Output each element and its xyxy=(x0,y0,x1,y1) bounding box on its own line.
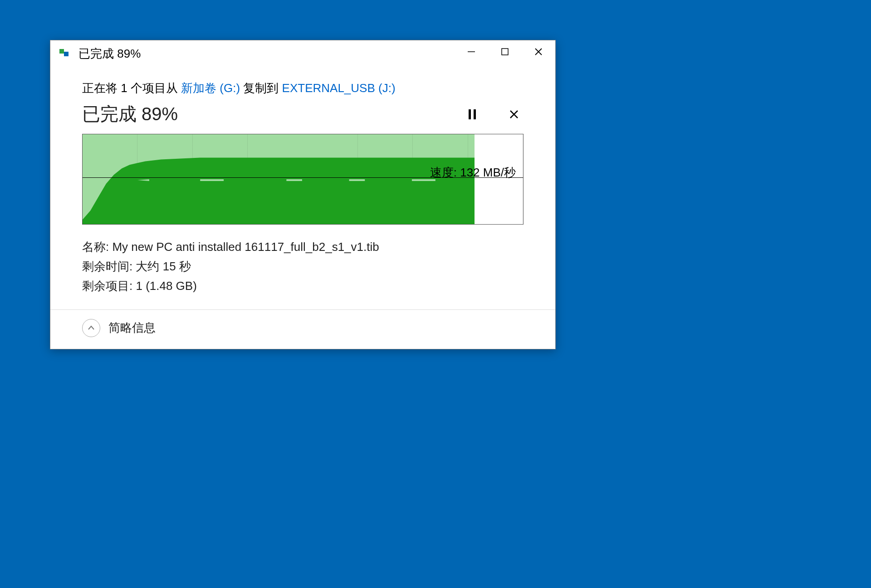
speed-label-text: 速度: xyxy=(430,166,460,179)
dialog-footer: 简略信息 xyxy=(50,309,555,349)
copy-mid: 复制到 xyxy=(240,81,282,95)
details-block: 名称: My new PC anti installed 161117_full… xyxy=(82,237,524,296)
copy-description: 正在将 1 个项目从 新加卷 (G:) 复制到 EXTERNAL_USB (J:… xyxy=(82,80,524,96)
detail-time: 剩余时间: 大约 15 秒 xyxy=(82,257,524,276)
copy-prefix: 正在将 1 个项目从 xyxy=(82,81,181,95)
detail-name: 名称: My new PC anti installed 161117_full… xyxy=(82,237,524,257)
dialog-content: 正在将 1 个项目从 新加卷 (G:) 复制到 EXTERNAL_USB (J:… xyxy=(50,67,555,309)
speed-value: 132 MB/秒 xyxy=(460,166,516,179)
source-link[interactable]: 新加卷 (G:) xyxy=(181,81,240,95)
copy-icon xyxy=(59,48,72,59)
maximize-button[interactable] xyxy=(488,40,522,63)
file-copy-dialog: 已完成 89% 正在将 1 个项目从 新加卷 (G:) 复制到 EXTERNAL… xyxy=(50,40,556,349)
svg-rect-1 xyxy=(502,49,508,55)
close-button[interactable] xyxy=(522,40,555,63)
items-value: 1 (1.48 GB) xyxy=(136,279,196,293)
window-title: 已完成 89% xyxy=(78,46,141,62)
time-value: 大约 15 秒 xyxy=(136,260,191,273)
pause-button[interactable] xyxy=(465,108,479,121)
chart-area xyxy=(83,134,475,224)
progress-header: 已完成 89% xyxy=(82,102,524,127)
footer-label[interactable]: 简略信息 xyxy=(108,320,156,336)
collapse-button[interactable] xyxy=(82,319,100,337)
name-value: My new PC anti installed 161117_full_b2_… xyxy=(112,240,379,254)
svg-rect-4 xyxy=(469,109,471,119)
detail-items: 剩余项目: 1 (1.48 GB) xyxy=(82,276,524,296)
items-label: 剩余项目: xyxy=(82,279,136,293)
progress-text: 已完成 89% xyxy=(82,102,178,127)
svg-rect-5 xyxy=(474,109,476,119)
speed-chart: 速度: 132 MB/秒 xyxy=(82,134,524,225)
window-controls xyxy=(455,40,555,63)
minimize-button[interactable] xyxy=(455,40,488,63)
dest-link[interactable]: EXTERNAL_USB (J:) xyxy=(282,81,396,95)
progress-actions xyxy=(465,108,524,121)
speed-label: 速度: 132 MB/秒 xyxy=(428,165,518,181)
time-label: 剩余时间: xyxy=(82,260,136,273)
cancel-button[interactable] xyxy=(507,108,521,121)
titlebar[interactable]: 已完成 89% xyxy=(50,40,555,67)
name-label: 名称: xyxy=(82,240,112,254)
